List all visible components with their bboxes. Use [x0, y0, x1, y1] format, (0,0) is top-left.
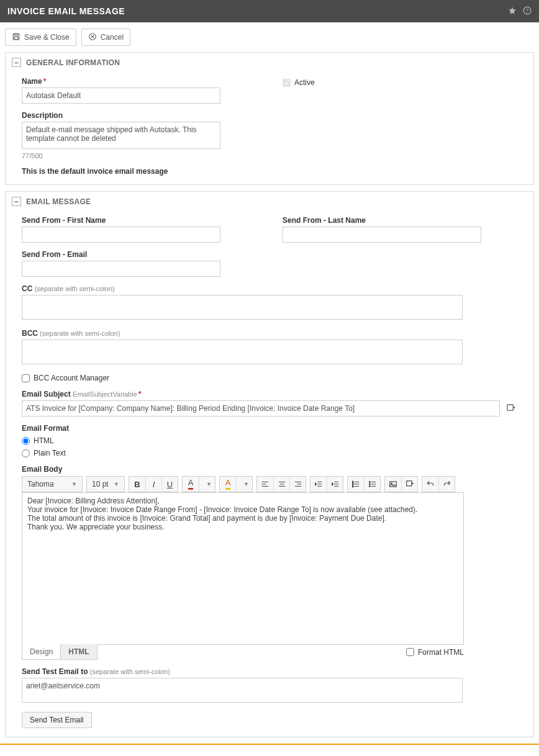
- bcc-label: BCC (separate with semi-colon): [22, 329, 517, 338]
- format-plain-label: Plain Text: [34, 449, 66, 457]
- email-body-editor[interactable]: Dear [Invoice: Billing Address Attention…: [22, 492, 464, 645]
- italic-button[interactable]: I: [145, 477, 161, 492]
- save-close-button[interactable]: Save & Close: [5, 29, 76, 46]
- highlight-color-button[interactable]: A: [220, 477, 236, 492]
- svg-text:3: 3: [352, 485, 353, 488]
- align-right-button[interactable]: [289, 477, 306, 492]
- bold-button[interactable]: B: [129, 477, 145, 492]
- editor-toolbar: Tahoma▼ 10 pt▼ B I U A ▼ A ▼: [22, 476, 517, 492]
- save-close-label: Save & Close: [24, 33, 70, 42]
- indent-button[interactable]: [327, 477, 343, 492]
- svg-point-11: [369, 484, 370, 485]
- send-from-first-input[interactable]: [22, 227, 220, 243]
- email-message-panel: − EMAIL MESSAGE Send From - First Name S…: [5, 191, 534, 737]
- cancel-icon: [88, 32, 97, 43]
- description-counter: 77/500: [22, 152, 258, 160]
- svg-point-12: [369, 486, 370, 487]
- format-html-label: HTML: [34, 436, 54, 445]
- send-from-last-input[interactable]: [283, 227, 481, 243]
- page-title: INVOICE EMAIL MESSAGE: [7, 6, 125, 16]
- email-subject-input[interactable]: [22, 400, 500, 416]
- font-color-dropdown[interactable]: ▼: [199, 477, 215, 492]
- active-label: Active: [294, 78, 315, 87]
- email-subject-label: Email Subject EmailSubjectVariable*: [22, 390, 517, 398]
- title-bar: INVOICE EMAIL MESSAGE ?: [0, 0, 539, 22]
- highlight-color-dropdown[interactable]: ▼: [236, 477, 252, 492]
- insert-image-button[interactable]: [385, 477, 401, 492]
- format-html-radio[interactable]: [22, 437, 30, 445]
- general-info-header: − GENERAL INFORMATION: [6, 53, 533, 72]
- save-icon: [12, 32, 20, 43]
- email-body-label: Email Body: [22, 465, 517, 474]
- svg-text:?: ?: [526, 7, 529, 13]
- bcc-account-manager-label: BCC Account Manager: [34, 374, 109, 382]
- font-family-select[interactable]: Tahoma▼: [22, 476, 83, 492]
- help-icon[interactable]: ?: [523, 6, 532, 17]
- insert-variable-button[interactable]: [401, 477, 417, 492]
- default-message-note: This is the default invoice email messag…: [22, 167, 258, 176]
- font-size-select[interactable]: 10 pt▼: [86, 476, 125, 492]
- cancel-label: Cancel: [101, 33, 124, 42]
- send-test-label: Send Test Email to (separate with semi-c…: [22, 667, 517, 676]
- insert-variable-icon[interactable]: [505, 402, 517, 415]
- active-checkbox: [283, 79, 291, 87]
- send-from-last-label: Send From - Last Name: [283, 216, 481, 225]
- send-test-email-button[interactable]: Send Test Email: [22, 712, 92, 728]
- format-plain-radio[interactable]: [22, 449, 30, 457]
- svg-rect-3: [15, 34, 18, 35]
- send-from-email-label: Send From - Email: [22, 250, 517, 259]
- general-info-title: GENERAL INFORMATION: [26, 58, 120, 67]
- email-message-title: EMAIL MESSAGE: [26, 197, 91, 206]
- favorite-icon[interactable]: [508, 6, 517, 17]
- collapse-toggle[interactable]: −: [12, 58, 21, 67]
- align-left-button[interactable]: [257, 477, 273, 492]
- html-tab[interactable]: HTML: [61, 644, 97, 660]
- description-textarea[interactable]: Default e-mail message shipped with Auto…: [22, 122, 220, 149]
- ordered-list-button[interactable]: 123: [348, 477, 364, 492]
- svg-rect-6: [507, 405, 513, 410]
- send-from-email-input[interactable]: [22, 261, 220, 277]
- collapse-toggle[interactable]: −: [12, 197, 21, 206]
- undo-button[interactable]: [422, 477, 438, 492]
- bcc-account-manager-checkbox[interactable]: [22, 374, 30, 382]
- name-label: Name*: [22, 77, 258, 86]
- align-center-button[interactable]: [273, 477, 289, 492]
- bottom-accent-bar: [0, 744, 539, 745]
- send-from-first-label: Send From - First Name: [22, 216, 258, 225]
- underline-button[interactable]: U: [161, 477, 178, 492]
- design-tab[interactable]: Design: [22, 644, 61, 660]
- name-input[interactable]: [22, 88, 220, 104]
- send-test-textarea[interactable]: ariet@aeitservice.com: [22, 678, 463, 703]
- svg-point-10: [369, 482, 370, 483]
- bcc-textarea[interactable]: [22, 340, 463, 364]
- svg-rect-4: [14, 37, 18, 39]
- email-message-header: − EMAIL MESSAGE: [6, 192, 533, 211]
- svg-rect-15: [406, 481, 411, 486]
- outdent-button[interactable]: [310, 477, 327, 492]
- cancel-button[interactable]: Cancel: [81, 29, 130, 46]
- cc-label: CC (separate with semi-colon): [22, 284, 517, 293]
- general-info-panel: − GENERAL INFORMATION Name* Description …: [5, 52, 534, 185]
- redo-button[interactable]: [438, 477, 455, 492]
- unordered-list-button[interactable]: [364, 477, 380, 492]
- email-format-label: Email Format: [22, 424, 517, 433]
- action-toolbar: Save & Close Cancel: [0, 22, 539, 52]
- font-color-button[interactable]: A: [183, 477, 199, 492]
- description-label: Description: [22, 111, 258, 120]
- format-html-checkbox-label: Format HTML: [418, 648, 464, 657]
- chevron-down-icon: ▼: [71, 481, 77, 487]
- title-bar-actions: ?: [508, 6, 532, 17]
- format-html-checkbox[interactable]: [406, 648, 414, 656]
- cc-textarea[interactable]: [22, 295, 463, 320]
- chevron-down-icon: ▼: [114, 481, 119, 487]
